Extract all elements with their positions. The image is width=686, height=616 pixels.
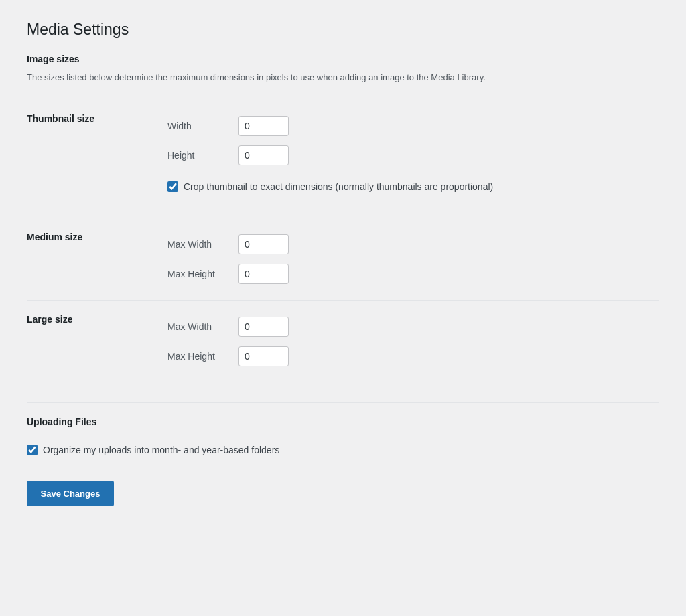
save-changes-button[interactable]: Save Changes (27, 481, 114, 506)
organize-uploads-label[interactable]: Organize my uploads into month- and year… (43, 445, 279, 455)
medium-max-width-row: Max Width (167, 234, 653, 254)
image-sizes-section-title: Image sizes (27, 54, 659, 64)
thumbnail-width-row: Width (167, 116, 653, 136)
image-sizes-section: Image sizes The sizes listed below deter… (27, 54, 659, 383)
thumbnail-size-label: Thumbnail size (27, 100, 161, 218)
large-max-height-label: Max Height (167, 351, 228, 362)
thumbnail-crop-label[interactable]: Crop thumbnail to exact dimensions (norm… (184, 181, 493, 192)
large-size-row: Large size Max Width Max Height (27, 301, 659, 383)
thumbnail-size-row: Thumbnail size Width Height (27, 100, 659, 218)
large-max-height-row: Max Height (167, 346, 653, 366)
thumbnail-height-label: Height (167, 150, 228, 161)
large-max-height-input[interactable] (238, 346, 289, 366)
medium-size-label: Medium size (27, 218, 161, 301)
uploading-files-section-title: Uploading Files (27, 416, 659, 427)
thumbnail-field-group: Width Height Crop thumbnail to exact dim… (167, 106, 653, 211)
medium-max-height-label: Max Height (167, 268, 228, 279)
large-size-fields: Max Width Max Height (161, 301, 659, 383)
thumbnail-height-input[interactable] (238, 145, 289, 165)
thumbnail-size-fields: Width Height Crop thumbnail to exact dim… (161, 100, 659, 218)
medium-max-height-input[interactable] (238, 264, 289, 284)
image-sizes-description: The sizes listed below determine the max… (27, 71, 659, 84)
large-max-width-input[interactable] (238, 317, 289, 337)
organize-uploads-row: Organize my uploads into month- and year… (27, 438, 659, 465)
image-sizes-table: Thumbnail size Width Height (27, 100, 659, 382)
medium-max-height-row: Max Height (167, 264, 653, 284)
large-field-group: Max Width Max Height (167, 307, 653, 376)
large-max-width-row: Max Width (167, 317, 653, 337)
large-size-label: Large size (27, 301, 161, 383)
medium-max-width-label: Max Width (167, 239, 228, 250)
medium-max-width-input[interactable] (238, 234, 289, 254)
thumbnail-crop-row: Crop thumbnail to exact dimensions (norm… (167, 175, 653, 202)
medium-size-row: Medium size Max Width Max Height (27, 218, 659, 301)
medium-size-fields: Max Width Max Height (161, 218, 659, 301)
page-container: Media Settings Image sizes The sizes lis… (0, 0, 686, 616)
organize-uploads-checkbox[interactable] (27, 445, 38, 455)
medium-field-group: Max Width Max Height (167, 225, 653, 293)
page-title: Media Settings (27, 20, 659, 40)
uploading-files-section: Uploading Files Organize my uploads into… (27, 402, 659, 465)
thumbnail-crop-checkbox[interactable] (167, 181, 178, 192)
large-max-width-label: Max Width (167, 321, 228, 332)
thumbnail-width-label: Width (167, 121, 228, 131)
thumbnail-width-input[interactable] (238, 116, 289, 136)
thumbnail-height-row: Height (167, 145, 653, 165)
